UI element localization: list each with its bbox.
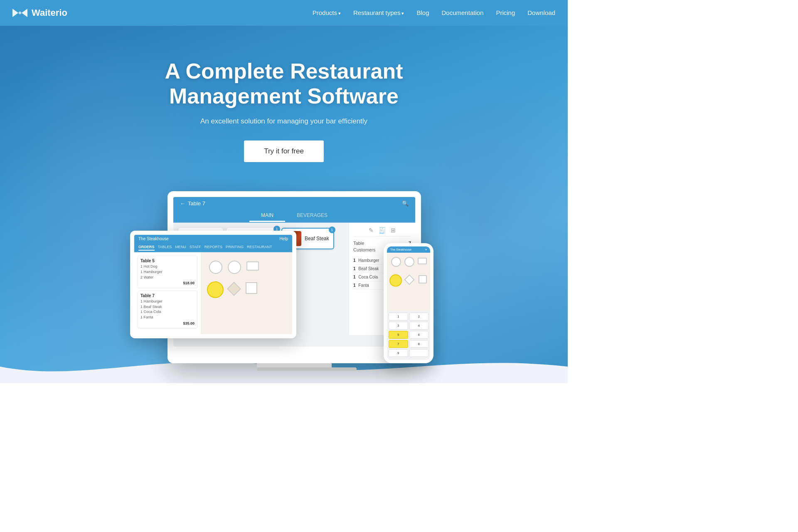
- table-card-7[interactable]: Table 7 1 Hamburger 1 Beaf Steak 1 Coca …: [138, 291, 197, 328]
- numpad-6[interactable]: 6: [409, 331, 429, 339]
- phone-floor-circle-1[interactable]: [391, 257, 401, 267]
- tablet-nav-restaurant[interactable]: RESTAURANT: [247, 244, 272, 251]
- tablet-mockup: The Steakhouse Help ORDERS TABLES MENU S…: [130, 231, 296, 338]
- table-card-5[interactable]: Table 5 1 Hot Dog 1 Hamburger 2 Water $1…: [138, 256, 197, 288]
- numpad-row-5: 9: [389, 349, 429, 357]
- numpad-row-1: 1 2: [389, 313, 429, 320]
- nav-item-pricing[interactable]: Pricing: [496, 9, 515, 17]
- phone-floor-yellow-circle[interactable]: [389, 274, 402, 287]
- svg-marker-2: [18, 11, 22, 13]
- devices-showcase: ← Table 7 🔍 MAIN BEVERAGES Hot Dog: [143, 191, 425, 363]
- phone-floor-diamond[interactable]: [404, 274, 414, 285]
- hero-section: A Complete Restaurant Management Softwar…: [0, 26, 568, 383]
- tablet-nav-staff[interactable]: STAFF: [190, 244, 201, 251]
- numpad-1[interactable]: 1: [389, 313, 408, 320]
- hero-subtitle: An excellent solution for managing your …: [0, 117, 568, 126]
- app-tabs: MAIN BEVERAGES: [173, 210, 415, 223]
- numpad-empty: [409, 349, 429, 357]
- nav-item-documentation[interactable]: Documentation: [442, 9, 484, 17]
- hero-title: A Complete Restaurant Management Softwar…: [0, 59, 568, 109]
- floor-table-rect-2[interactable]: [246, 282, 257, 294]
- tablet-body: Table 5 1 Hot Dog 1 Hamburger 2 Water $1…: [134, 252, 292, 334]
- numpad-4[interactable]: 4: [409, 322, 429, 330]
- app-header: ← Table 7 🔍: [173, 197, 415, 210]
- phone-floor: [387, 253, 430, 311]
- try-free-button[interactable]: Try it for free: [244, 140, 324, 162]
- tablet-nav-printing[interactable]: PRINTING: [226, 244, 244, 251]
- brand: Waiterio: [12, 7, 67, 18]
- nav-item-download[interactable]: Download: [527, 9, 555, 17]
- nav-item-restaurant-types[interactable]: Restaurant types: [353, 9, 404, 17]
- numpad-2[interactable]: 2: [409, 313, 429, 320]
- numpad-7[interactable]: 7: [389, 340, 408, 348]
- svg-marker-0: [12, 9, 18, 17]
- floor-table-rect-1[interactable]: [246, 261, 259, 271]
- bowtie-logo-icon: [12, 9, 27, 17]
- tablet-nav-menu[interactable]: MENU: [175, 244, 186, 251]
- tab-beverages[interactable]: BEVERAGES: [285, 210, 339, 222]
- tablet-screen: The Steakhouse Help ORDERS TABLES MENU S…: [134, 235, 292, 334]
- svg-marker-3: [18, 13, 22, 15]
- numpad-row-4: 7 8: [389, 340, 429, 348]
- phone-header: The Steakhouse ≡: [387, 246, 430, 253]
- steak-badge: 1: [329, 227, 335, 233]
- floor-table-circle-2[interactable]: [228, 261, 241, 274]
- numpad-8[interactable]: 8: [409, 340, 429, 348]
- numpad-row-3: 5 6: [389, 331, 429, 339]
- numpad-5[interactable]: 5: [389, 331, 408, 339]
- svg-marker-1: [22, 9, 27, 17]
- phone-screen: The Steakhouse ≡ 1 2: [387, 246, 430, 360]
- numpad-3[interactable]: 3: [389, 322, 408, 330]
- tablet-nav-tables[interactable]: TABLES: [158, 244, 172, 251]
- tab-main[interactable]: MAIN: [249, 210, 285, 222]
- tablet-floor-plan: [201, 252, 292, 334]
- floor-table-yellow-circle[interactable]: [207, 281, 224, 298]
- tablet-nav-reports[interactable]: REPORTS: [204, 244, 222, 251]
- nav-item-products[interactable]: Products: [313, 9, 341, 17]
- numpad-9[interactable]: 9: [389, 349, 408, 357]
- receipt-icon[interactable]: 🧾: [379, 227, 386, 234]
- hero-content: A Complete Restaurant Management Softwar…: [0, 26, 568, 183]
- back-button[interactable]: ← Table 7: [180, 200, 205, 207]
- tablet-nav-orders[interactable]: ORDERS: [138, 244, 155, 251]
- floor-table-circle-1[interactable]: [209, 261, 222, 274]
- floor-table-diamond[interactable]: [227, 282, 241, 296]
- back-arrow-icon: ←: [180, 200, 185, 207]
- nav-item-blog[interactable]: Blog: [416, 9, 429, 17]
- navbar: Waiterio Products Restaurant types Blog …: [0, 0, 568, 26]
- order-panel-icons: ✎ 🧾 ⊞: [353, 227, 411, 236]
- tablet-header: The Steakhouse Help: [134, 235, 292, 243]
- brand-name: Waiterio: [32, 7, 67, 18]
- search-icon[interactable]: 🔍: [402, 200, 409, 207]
- phone-floor-rect-2[interactable]: [419, 275, 427, 283]
- phone-floor-circle-2[interactable]: [404, 257, 414, 267]
- tablet-nav: ORDERS TABLES MENU STAFF REPORTS PRINTIN…: [134, 243, 292, 252]
- tablet-table-list: Table 5 1 Hot Dog 1 Hamburger 2 Water $1…: [134, 252, 201, 334]
- phone-floor-rect-1[interactable]: [418, 258, 427, 264]
- laptop-base: [257, 363, 332, 371]
- edit-order-icon[interactable]: ✎: [369, 227, 374, 234]
- split-icon[interactable]: ⊞: [391, 227, 396, 234]
- phone-numpad: 1 2 3 4 5 6 7 8: [387, 311, 430, 360]
- phone-mockup: The Steakhouse ≡ 1 2: [384, 243, 433, 363]
- nav-menu: Products Restaurant types Blog Documenta…: [313, 9, 555, 17]
- numpad-row-2: 3 4: [389, 322, 429, 330]
